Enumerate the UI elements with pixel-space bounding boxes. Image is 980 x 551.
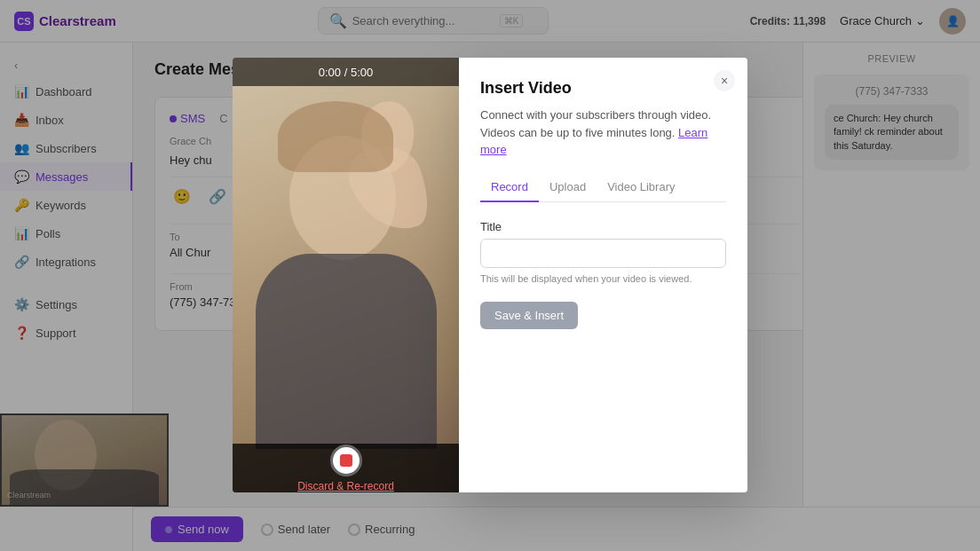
modal-close-button[interactable]: × bbox=[714, 70, 735, 91]
title-field-hint: This will be displayed when your video i… bbox=[480, 273, 726, 284]
tab-record[interactable]: Record bbox=[480, 173, 539, 202]
save-insert-button[interactable]: Save & Insert bbox=[480, 302, 578, 329]
tab-upload[interactable]: Upload bbox=[539, 173, 597, 202]
modal-tabs: Record Upload Video Library bbox=[480, 173, 726, 202]
video-person bbox=[233, 58, 459, 492]
video-timer: 0:00 / 5:00 bbox=[233, 58, 459, 86]
title-input[interactable] bbox=[480, 239, 726, 268]
modal-description: Connect with your subscribers through vi… bbox=[480, 106, 726, 159]
video-panel: 0:00 / 5:00 Discard & Re-record bbox=[233, 58, 459, 492]
stop-icon bbox=[340, 454, 352, 467]
record-stop-button[interactable] bbox=[330, 445, 362, 476]
discard-rerecord-link[interactable]: Discard & Re-record bbox=[297, 480, 394, 492]
tab-video-library[interactable]: Video Library bbox=[597, 173, 685, 202]
insert-video-modal: × Insert Video Connect with your subscri… bbox=[459, 58, 747, 492]
modal-title: Insert Video bbox=[480, 79, 726, 98]
title-field-label: Title bbox=[480, 220, 726, 233]
video-controls: Discard & Re-record bbox=[233, 444, 459, 492]
